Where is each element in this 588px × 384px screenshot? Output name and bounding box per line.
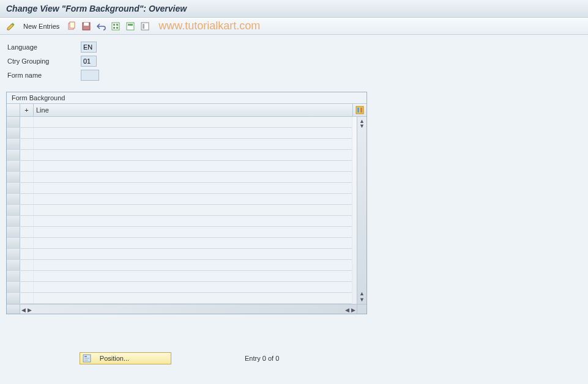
- row-line-cell[interactable]: [34, 271, 352, 281]
- row-selector[interactable]: [7, 183, 20, 193]
- table-row[interactable]: [7, 194, 352, 205]
- new-entries-button[interactable]: New Entries: [20, 21, 63, 31]
- scroll-right-icon-left[interactable]: ▶: [28, 307, 32, 313]
- table-row[interactable]: [7, 282, 352, 293]
- row-line-cell[interactable]: [34, 282, 352, 292]
- row-line-cell[interactable]: [34, 227, 352, 237]
- undo-icon[interactable]: [95, 20, 107, 32]
- row-line-cell[interactable]: [34, 117, 352, 127]
- table-row[interactable]: [7, 249, 352, 260]
- page-title: Change View "Form Background": Overview: [0, 0, 588, 18]
- row-selector[interactable]: [7, 238, 20, 248]
- row-selector[interactable]: [7, 282, 20, 292]
- row-plus-cell[interactable]: [20, 260, 34, 270]
- row-plus-cell[interactable]: [20, 172, 34, 182]
- row-selector[interactable]: [7, 194, 20, 204]
- table-row[interactable]: [7, 183, 352, 194]
- row-line-cell[interactable]: [34, 161, 352, 171]
- table-row[interactable]: [7, 260, 352, 271]
- scroll-left-icon[interactable]: ◀: [21, 307, 26, 313]
- table-row[interactable]: [7, 271, 352, 282]
- row-plus-cell[interactable]: [20, 216, 34, 226]
- table-row[interactable]: [7, 172, 352, 183]
- form-name-label: Form name: [7, 72, 81, 79]
- row-selector[interactable]: [7, 227, 20, 237]
- row-plus-cell[interactable]: [20, 161, 34, 171]
- position-label: Position...: [100, 355, 129, 362]
- table-select-header[interactable]: [7, 104, 20, 116]
- table-plus-header[interactable]: +: [20, 104, 34, 116]
- svg-rect-10: [128, 24, 133, 26]
- vertical-scrollbar[interactable]: ▲ ▼ ▲ ▼: [357, 117, 367, 304]
- row-line-cell[interactable]: [34, 260, 352, 270]
- row-selector[interactable]: [7, 260, 20, 270]
- row-plus-cell[interactable]: [20, 128, 34, 138]
- row-selector[interactable]: [7, 128, 20, 138]
- select-block-icon[interactable]: [124, 20, 136, 32]
- row-plus-cell[interactable]: [20, 139, 34, 149]
- row-line-cell[interactable]: [34, 172, 352, 182]
- row-selector[interactable]: [7, 293, 20, 303]
- row-selector[interactable]: [7, 271, 20, 281]
- row-line-cell[interactable]: [34, 293, 352, 303]
- table-row[interactable]: [7, 150, 352, 161]
- row-plus-cell[interactable]: [20, 194, 34, 204]
- scroll-down-icon[interactable]: ▼: [359, 297, 365, 303]
- row-selector[interactable]: [7, 150, 20, 160]
- table-row[interactable]: [7, 227, 352, 238]
- row-line-cell[interactable]: [34, 205, 352, 215]
- table-row[interactable]: [7, 205, 352, 216]
- row-line-cell[interactable]: [34, 139, 352, 149]
- copy-icon[interactable]: [65, 20, 78, 32]
- form-fields: Language Ctry Grouping Form name: [0, 35, 588, 88]
- row-plus-cell[interactable]: [20, 238, 34, 248]
- scroll-down-icon-top[interactable]: ▼: [359, 123, 365, 129]
- ctry-grouping-input[interactable]: [81, 56, 97, 67]
- save-icon[interactable]: [80, 20, 92, 32]
- row-line-cell[interactable]: [34, 238, 352, 248]
- row-plus-cell[interactable]: [20, 227, 34, 237]
- row-plus-cell[interactable]: [20, 249, 34, 259]
- position-button[interactable]: Position...: [80, 352, 171, 364]
- table-row[interactable]: [7, 216, 352, 227]
- row-line-cell[interactable]: [34, 194, 352, 204]
- table-row[interactable]: [7, 238, 352, 249]
- row-line-cell[interactable]: [34, 150, 352, 160]
- hscroll-corner-right: [357, 305, 367, 314]
- table-row[interactable]: [7, 128, 352, 139]
- row-plus-cell[interactable]: [20, 205, 34, 215]
- table-row[interactable]: [7, 139, 352, 150]
- row-selector[interactable]: [7, 249, 20, 259]
- select-all-icon[interactable]: [110, 20, 122, 32]
- row-selector[interactable]: [7, 117, 20, 127]
- scroll-right-icon[interactable]: ▶: [351, 307, 355, 313]
- row-selector[interactable]: [7, 139, 20, 149]
- row-selector[interactable]: [7, 216, 20, 226]
- edit-icon[interactable]: [5, 20, 17, 32]
- row-plus-cell[interactable]: [20, 150, 34, 160]
- row-line-cell[interactable]: [34, 128, 352, 138]
- row-line-cell[interactable]: [34, 249, 352, 259]
- row-plus-cell[interactable]: [20, 183, 34, 193]
- table-right-gutter: [352, 117, 357, 304]
- row-selector[interactable]: [7, 161, 20, 171]
- table-row[interactable]: [7, 293, 352, 304]
- row-plus-cell[interactable]: [20, 117, 34, 127]
- table-row[interactable]: [7, 117, 352, 128]
- row-plus-cell[interactable]: [20, 271, 34, 281]
- language-input[interactable]: [81, 42, 97, 53]
- table-config-icon[interactable]: [353, 104, 367, 116]
- scroll-up-icon-bottom[interactable]: ▲: [359, 290, 365, 297]
- table-row[interactable]: [7, 161, 352, 172]
- row-line-cell[interactable]: [34, 183, 352, 193]
- horizontal-scrollbar[interactable]: ◀ ▶ ◀ ▶: [7, 304, 367, 314]
- scroll-left-icon-right[interactable]: ◀: [345, 307, 349, 313]
- row-selector[interactable]: [7, 205, 20, 215]
- row-plus-cell[interactable]: [20, 282, 34, 292]
- deselect-icon[interactable]: [139, 20, 151, 32]
- form-name-input[interactable]: [81, 70, 99, 81]
- row-selector[interactable]: [7, 172, 20, 182]
- row-line-cell[interactable]: [34, 216, 352, 226]
- row-plus-cell[interactable]: [20, 293, 34, 303]
- table-line-header[interactable]: Line: [34, 104, 353, 116]
